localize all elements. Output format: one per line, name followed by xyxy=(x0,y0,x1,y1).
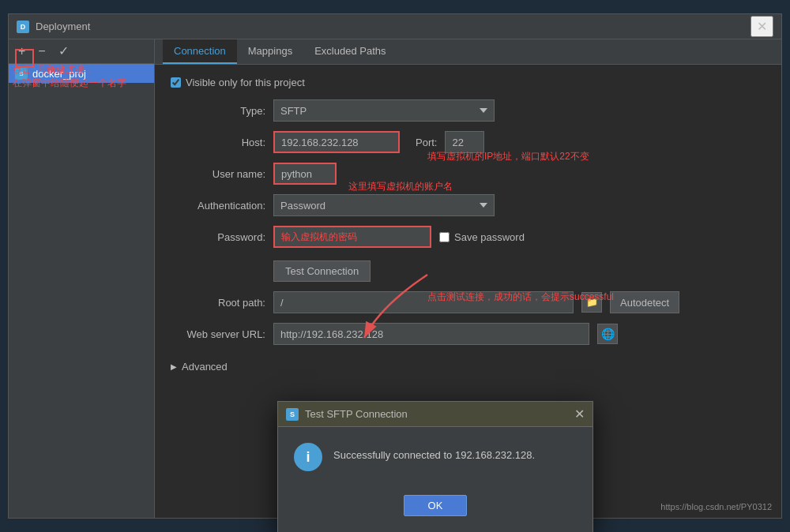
test-connection-button[interactable]: Test Connection xyxy=(273,260,371,282)
type-select[interactable]: SFTP xyxy=(273,99,495,122)
globe-button[interactable]: 🌐 xyxy=(597,324,618,344)
type-label: Type: xyxy=(171,105,265,117)
port-label: Port: xyxy=(416,137,437,148)
sidebar-item-label: docker_proj xyxy=(32,68,86,80)
auth-select[interactable]: Password xyxy=(273,194,495,216)
auth-label: Authentication: xyxy=(171,200,265,212)
web-url-label: Web server URL: xyxy=(171,328,265,340)
auth-row: Authentication: Password xyxy=(171,194,766,216)
dialog-close-button[interactable]: ✕ xyxy=(574,406,585,421)
port-input[interactable] xyxy=(445,131,484,153)
tab-connection[interactable]: Connection xyxy=(163,39,237,64)
confirm-button[interactable]: ✓ xyxy=(55,43,72,59)
ok-button[interactable]: OK xyxy=(404,495,468,516)
tabs-bar: Connection Mappings Excluded Paths xyxy=(155,39,781,65)
advanced-label: Advanced xyxy=(182,361,228,373)
tab-excluded-paths[interactable]: Excluded Paths xyxy=(303,39,397,64)
window-close-button[interactable]: ✕ xyxy=(750,16,773,37)
visible-checkbox-row: Visible only for this project xyxy=(171,77,766,88)
title-bar: D Deployment ✕ xyxy=(9,14,781,39)
root-path-row: Root path: 📁 Autodetect xyxy=(171,291,766,313)
host-row: Host: Port: xyxy=(171,131,766,153)
web-url-input[interactable] xyxy=(273,323,589,345)
tab-mappings[interactable]: Mappings xyxy=(237,39,303,64)
visible-checkbox-label: Visible only for this project xyxy=(186,77,305,88)
root-path-label: Root path: xyxy=(171,297,265,309)
window-title: Deployment xyxy=(36,21,90,32)
host-label: Host: xyxy=(171,137,265,148)
visible-checkbox[interactable] xyxy=(171,77,181,88)
folder-browse-button[interactable]: 📁 xyxy=(581,292,602,313)
advanced-chevron-icon: ▶ xyxy=(171,362,177,371)
footer-url: https://blog.csdn.net/PY0312 xyxy=(660,502,772,511)
dialog-app-icon: S xyxy=(286,408,299,421)
username-label: User name: xyxy=(171,168,265,180)
save-password-label: Save password xyxy=(454,231,525,243)
sftp-icon: S xyxy=(15,67,28,80)
info-icon: i xyxy=(294,443,322,471)
remove-connection-button[interactable]: − xyxy=(35,43,48,59)
dialog-footer: OK xyxy=(278,487,592,532)
root-path-input[interactable] xyxy=(273,291,574,313)
username-row: User name: xyxy=(171,163,766,185)
password-label: Password: xyxy=(171,231,265,243)
title-bar-left: D Deployment xyxy=(17,21,90,33)
test-sftp-dialog: S Test SFTP Connection ✕ i Successfully … xyxy=(277,401,593,532)
save-password-checkbox[interactable] xyxy=(439,232,450,242)
dialog-title: Test SFTP Connection xyxy=(305,408,408,420)
app-icon: D xyxy=(17,21,29,33)
password-input[interactable] xyxy=(273,226,431,248)
main-window: D Deployment ✕ + − ✓ S docker_proj Conne… xyxy=(8,13,782,519)
advanced-section[interactable]: ▶ Advanced xyxy=(171,354,766,379)
web-url-row: Web server URL: 🌐 xyxy=(171,323,766,345)
test-connection-row: Test Connection xyxy=(273,257,766,282)
host-input[interactable] xyxy=(273,131,400,153)
sidebar-toolbar: + − ✓ xyxy=(9,39,154,64)
save-password-row: Save password xyxy=(439,231,525,243)
sidebar: + − ✓ S docker_proj xyxy=(9,39,155,518)
sidebar-item-docker[interactable]: S docker_proj xyxy=(9,64,154,83)
add-connection-button[interactable]: + xyxy=(15,43,28,59)
dialog-message: Successfully connected to 192.168.232.12… xyxy=(333,443,535,461)
username-input[interactable] xyxy=(273,163,337,185)
dialog-title-left: S Test SFTP Connection xyxy=(286,408,408,421)
dialog-title-bar: S Test SFTP Connection ✕ xyxy=(278,402,592,427)
autodetect-button[interactable]: Autodetect xyxy=(610,291,679,313)
password-row: Password: Save password xyxy=(171,226,766,248)
type-row: Type: SFTP xyxy=(171,99,766,122)
dialog-body: i Successfully connected to 192.168.232.… xyxy=(278,427,592,487)
